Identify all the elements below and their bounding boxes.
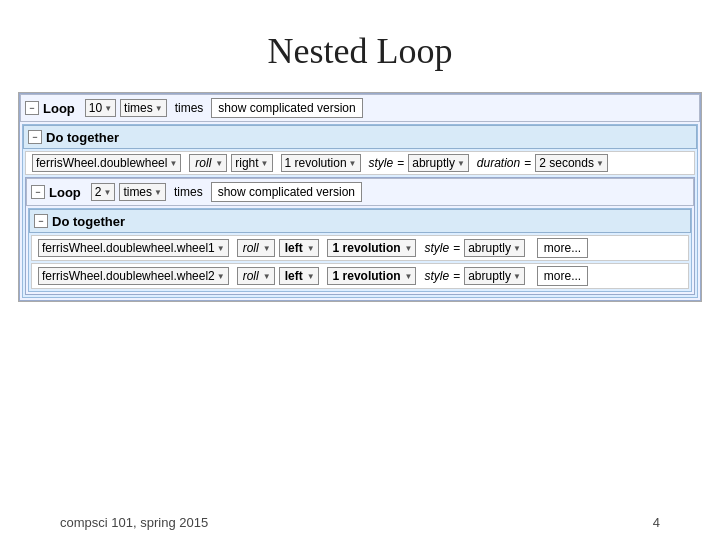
inner-loop-unit[interactable]: times ▼ bbox=[119, 183, 166, 201]
action1-object[interactable]: ferrisWheel.doublewheel ▼ bbox=[32, 154, 181, 172]
action2-object-arrow: ▼ bbox=[217, 244, 225, 253]
action2-direction-arrow: ▼ bbox=[307, 244, 315, 253]
action2-direction[interactable]: left ▼ bbox=[279, 239, 319, 257]
action1-style-value[interactable]: abruptly ▼ bbox=[408, 154, 469, 172]
outer-loop-count[interactable]: 10 ▼ bbox=[85, 99, 116, 117]
action1-duration-arrow: ▼ bbox=[596, 159, 604, 168]
action1-duration-value[interactable]: 2 seconds ▼ bbox=[535, 154, 608, 172]
action3-equals: = bbox=[453, 269, 460, 283]
action2-verb[interactable]: roll ▼ bbox=[237, 239, 275, 257]
inner-loop-count[interactable]: 2 ▼ bbox=[91, 183, 116, 201]
inner-loop-count-arrow: ▼ bbox=[103, 188, 111, 197]
outer-loop-block: − Loop 10 ▼ times ▼ times show complicat… bbox=[19, 93, 701, 301]
main-container: − Loop 10 ▼ times ▼ times show complicat… bbox=[18, 92, 702, 302]
outer-loop-count-arrow: ▼ bbox=[104, 104, 112, 113]
action2-verb-arrow: ▼ bbox=[263, 244, 271, 253]
action3-style-value[interactable]: abruptly ▼ bbox=[464, 267, 525, 285]
action2-amount[interactable]: 1 revolution ▼ bbox=[327, 239, 417, 257]
outer-loop-unit-arrow: ▼ bbox=[155, 104, 163, 113]
action-row-1: ferrisWheel.doublewheel ▼ roll ▼ right ▼… bbox=[25, 151, 695, 175]
action1-direction[interactable]: right ▼ bbox=[231, 154, 272, 172]
action-row-3: ferrisWheel.doublewheel.wheel2 ▼ roll ▼ … bbox=[31, 263, 689, 289]
action3-amount-arrow: ▼ bbox=[405, 272, 413, 281]
action-row-2: ferrisWheel.doublewheel.wheel1 ▼ roll ▼ … bbox=[31, 235, 689, 261]
inner-loop-row: − Loop 2 ▼ times ▼ times show complicate… bbox=[26, 178, 694, 206]
action1-duration-equals: = bbox=[524, 156, 531, 170]
action1-duration-label: duration bbox=[477, 156, 520, 170]
do-together-2-collapse[interactable]: − bbox=[34, 214, 48, 228]
outer-loop-label: Loop bbox=[43, 101, 75, 116]
outer-loop-collapse[interactable]: − bbox=[25, 101, 39, 115]
inner-loop-show-btn[interactable]: show complicated version bbox=[211, 182, 362, 202]
inner-loop-unit-arrow: ▼ bbox=[154, 188, 162, 197]
action2-object[interactable]: ferrisWheel.doublewheel.wheel1 ▼ bbox=[38, 239, 229, 257]
inner-loop-block: − Loop 2 ▼ times ▼ times show complicate… bbox=[25, 177, 695, 295]
action2-style-arrow: ▼ bbox=[513, 244, 521, 253]
do-together-2-block: − Do together ferrisWheel.doublewheel.wh… bbox=[28, 208, 692, 292]
action1-amount[interactable]: 1 revolution ▼ bbox=[281, 154, 361, 172]
do-together-1-block: − Do together ferrisWheel.doublewheel ▼ … bbox=[22, 124, 698, 298]
action1-equals: = bbox=[397, 156, 404, 170]
action3-verb[interactable]: roll ▼ bbox=[237, 267, 275, 285]
do-together-2-row: − Do together bbox=[29, 209, 691, 233]
action3-object-arrow: ▼ bbox=[217, 272, 225, 281]
outer-loop-times-label: times bbox=[175, 101, 204, 115]
action3-amount[interactable]: 1 revolution ▼ bbox=[327, 267, 417, 285]
action2-amount-arrow: ▼ bbox=[405, 244, 413, 253]
footer: compsci 101, spring 2015 4 bbox=[0, 515, 720, 530]
action1-verb-arrow: ▼ bbox=[215, 159, 223, 168]
do-together-1-row: − Do together bbox=[23, 125, 697, 149]
action3-verb-arrow: ▼ bbox=[263, 272, 271, 281]
action1-amount-arrow: ▼ bbox=[349, 159, 357, 168]
inner-loop-collapse[interactable]: − bbox=[31, 185, 45, 199]
action3-style-arrow: ▼ bbox=[513, 272, 521, 281]
footer-page: 4 bbox=[653, 515, 660, 530]
action3-object[interactable]: ferrisWheel.doublewheel.wheel2 ▼ bbox=[38, 267, 229, 285]
action1-style-arrow: ▼ bbox=[457, 159, 465, 168]
inner-loop-label: Loop bbox=[49, 185, 81, 200]
action1-style-label: style bbox=[369, 156, 394, 170]
do-together-1-collapse[interactable]: − bbox=[28, 130, 42, 144]
outer-loop-unit[interactable]: times ▼ bbox=[120, 99, 167, 117]
action1-direction-arrow: ▼ bbox=[261, 159, 269, 168]
action2-equals: = bbox=[453, 241, 460, 255]
action2-more[interactable]: more... bbox=[537, 238, 588, 258]
action3-direction-arrow: ▼ bbox=[307, 272, 315, 281]
action2-style-value[interactable]: abruptly ▼ bbox=[464, 239, 525, 257]
footer-course: compsci 101, spring 2015 bbox=[60, 515, 208, 530]
action1-verb[interactable]: roll ▼ bbox=[189, 154, 227, 172]
inner-loop-times-label: times bbox=[174, 185, 203, 199]
action3-more[interactable]: more... bbox=[537, 266, 588, 286]
do-together-1-label: Do together bbox=[46, 130, 119, 145]
action1-object-arrow: ▼ bbox=[169, 159, 177, 168]
outer-loop-show-btn[interactable]: show complicated version bbox=[211, 98, 362, 118]
outer-loop-row: − Loop 10 ▼ times ▼ times show complicat… bbox=[20, 94, 700, 122]
action2-style-label: style bbox=[424, 241, 449, 255]
page-title: Nested Loop bbox=[0, 0, 720, 92]
action3-direction[interactable]: left ▼ bbox=[279, 267, 319, 285]
action3-style-label: style bbox=[424, 269, 449, 283]
do-together-2-label: Do together bbox=[52, 214, 125, 229]
